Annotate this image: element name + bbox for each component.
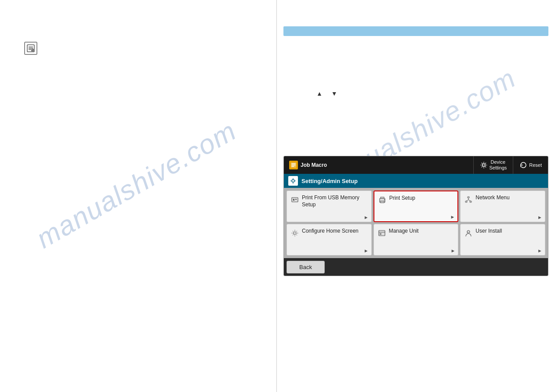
svg-point-6 xyxy=(482,164,485,166)
svg-line-21 xyxy=(468,200,471,201)
up-arrow-button[interactable]: ▲ xyxy=(316,90,323,97)
reset-button[interactable]: Reset xyxy=(513,156,548,174)
device-settings-label: DeviceSettings xyxy=(490,159,507,171)
svg-point-22 xyxy=(294,232,296,234)
menu-item-content: Network Menu xyxy=(464,194,541,220)
print-setup-label: Print Setup xyxy=(389,195,415,202)
left-panel: manualshive.com xyxy=(0,0,277,392)
svg-point-7 xyxy=(292,180,294,182)
manage-unit-icon xyxy=(377,229,386,237)
menu-grid: Print From USB Memory Setup ► xyxy=(284,188,548,258)
device-settings-button[interactable]: DeviceSettings xyxy=(473,156,513,174)
menu-item-configure-home-screen[interactable]: Configure Home Screen ► xyxy=(287,224,372,255)
user-install-label: User Install xyxy=(475,228,502,235)
menu-item-content: User Install xyxy=(464,228,541,253)
network-menu-label: Network Menu xyxy=(475,194,509,201)
job-macro-icon xyxy=(289,161,298,169)
network-menu-arrow: ► xyxy=(537,215,542,220)
svg-point-26 xyxy=(467,230,470,233)
menu-item-content: Configure Home Screen xyxy=(290,228,368,253)
job-macro-button[interactable]: Job Macro xyxy=(284,156,332,174)
svg-point-15 xyxy=(384,199,385,200)
left-watermark: manualshive.com xyxy=(26,53,246,316)
print-from-usb-arrow: ► xyxy=(364,215,369,220)
print-from-usb-label: Print From USB Memory Setup xyxy=(302,194,368,208)
svg-rect-10 xyxy=(295,199,297,200)
down-arrow-button[interactable]: ▼ xyxy=(331,90,337,97)
network-icon xyxy=(464,195,473,204)
back-bar: Back xyxy=(284,258,548,276)
arrows-area: ▲ ▼ xyxy=(316,90,337,97)
svg-line-20 xyxy=(466,200,468,201)
svg-rect-12 xyxy=(381,197,384,198)
svg-rect-17 xyxy=(465,201,467,202)
note-icon xyxy=(24,42,37,55)
configure-home-screen-arrow: ► xyxy=(364,248,369,253)
menu-item-manage-unit[interactable]: Manage Unit ► xyxy=(374,224,459,255)
manage-unit-label: Manage Unit xyxy=(389,228,419,235)
job-macro-label: Job Macro xyxy=(301,162,327,168)
manage-unit-arrow: ► xyxy=(450,248,455,253)
reset-label: Reset xyxy=(529,162,542,168)
right-panel: ▲ ▼ manualshive.com Job Macro xyxy=(277,0,555,392)
configure-home-icon xyxy=(290,229,299,237)
usb-icon xyxy=(290,195,299,204)
menu-item-network-menu[interactable]: Network Menu ► xyxy=(460,191,545,222)
toolbar: Job Macro DeviceSettings xyxy=(284,156,548,174)
setting-bar: Setting/Admin Setup xyxy=(284,174,548,188)
menu-item-content: Manage Unit xyxy=(377,228,455,253)
menu-item-content: Print From USB Memory Setup xyxy=(290,194,368,220)
device-settings-icon xyxy=(480,161,488,169)
svg-rect-16 xyxy=(468,197,469,198)
back-button[interactable]: Back xyxy=(287,261,325,273)
svg-rect-8 xyxy=(292,198,298,202)
svg-rect-25 xyxy=(380,233,381,235)
print-setup-arrow: ► xyxy=(450,214,455,219)
menu-item-content: Print Setup xyxy=(378,195,454,219)
svg-rect-9 xyxy=(293,199,294,201)
print-setup-icon xyxy=(378,196,387,205)
setting-icon xyxy=(288,176,298,186)
svg-rect-23 xyxy=(379,230,385,236)
setting-bar-title: Setting/Admin Setup xyxy=(301,178,358,184)
device-ui: Job Macro DeviceSettings xyxy=(283,156,548,276)
user-install-icon xyxy=(464,229,473,237)
menu-item-print-setup[interactable]: Print Setup ► xyxy=(374,191,459,222)
reset-icon xyxy=(519,161,527,169)
header-bar xyxy=(283,26,548,36)
user-install-arrow: ► xyxy=(537,248,542,253)
svg-rect-18 xyxy=(470,201,472,202)
menu-item-user-install[interactable]: User Install ► xyxy=(460,224,545,255)
left-watermark-text: manualshive.com xyxy=(31,115,241,254)
menu-item-print-from-usb[interactable]: Print From USB Memory Setup ► xyxy=(287,191,372,222)
configure-home-screen-label: Configure Home Screen xyxy=(302,228,359,235)
